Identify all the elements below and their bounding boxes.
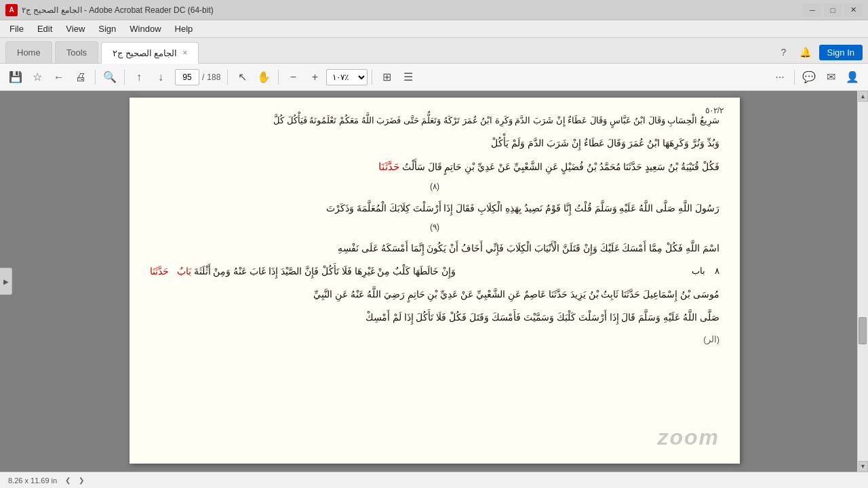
toolbar-separator-3	[227, 70, 228, 85]
scrollbar[interactable]: ▲ ▼	[857, 91, 868, 472]
share-button[interactable]: ✉	[821, 67, 841, 87]
scroll-track[interactable]	[858, 102, 868, 461]
tab-document[interactable]: الجامع الصحيح ج٢ ×	[101, 42, 199, 64]
manuscript-line-7: مُوسَى بْنُ إِسْمَاعِيلَ حَدَّثَنَا ثَاب…	[150, 285, 719, 304]
status-navigation: ❮ ❯	[62, 476, 87, 484]
zoom-select[interactable]: ١٠٧٪ 50% 75% 100% 125% 150%	[326, 69, 368, 85]
footnote-9: (٩)	[150, 220, 719, 235]
bookmark-button[interactable]: ☆	[27, 67, 47, 87]
menu-edit[interactable]: Edit	[31, 21, 59, 37]
signin-button[interactable]: Sign In	[819, 45, 863, 60]
zoom-out-button[interactable]: −	[283, 67, 303, 87]
maximize-button[interactable]: □	[823, 3, 842, 17]
toolbar-more-area: ··· 💬 ✉ 👤	[770, 67, 863, 87]
tab-close-button[interactable]: ×	[182, 48, 187, 58]
close-button[interactable]: ✕	[844, 3, 863, 17]
more-tools-button[interactable]: ···	[770, 67, 790, 87]
manuscript-line-5: اسْمَ اللَّهِ فَكُلْ مِمَّا أَمْسَكَ عَل…	[150, 239, 719, 258]
menu-help[interactable]: Help	[168, 21, 200, 37]
hand-tool-button[interactable]: ✋	[254, 67, 274, 87]
zoom-in-button[interactable]: +	[304, 67, 325, 87]
total-pages: 188	[207, 73, 220, 82]
toolbar: 💾 ☆ ← 🖨 🔍 ↑ ↓ / 188 ↖ ✋ − + ١٠٧٪ 50% 75%…	[0, 64, 868, 91]
page-dimensions: 8.26 x 11.69 in	[8, 476, 57, 485]
page-corner-number: ٥٠٢/٢	[705, 106, 724, 115]
back-button[interactable]: ←	[49, 67, 69, 87]
titlebar: A الجامع الصحيح ج٢ - Adobe Acrobat Reade…	[0, 0, 868, 20]
tabbar: Home Tools الجامع الصحيح ج٢ × ? 🔔 Sign I…	[0, 38, 868, 64]
statusbar: 8.26 x 11.69 in ❮ ❯	[0, 472, 868, 488]
scroll-thumb[interactable]	[859, 317, 867, 344]
page-separator: /	[202, 73, 204, 82]
status-prev-button[interactable]: ❮	[62, 476, 73, 484]
select-tool-button[interactable]: ↖	[232, 67, 252, 87]
tab-home[interactable]: Home	[5, 41, 52, 63]
toolbar-separator-6	[794, 70, 795, 85]
scroll-up-button[interactable]: ▲	[859, 91, 868, 102]
window-controls: ─ □ ✕	[803, 3, 863, 17]
menubar: File Edit View Sign Window Help	[0, 20, 868, 38]
search-button[interactable]: 🔍	[100, 67, 120, 87]
bab-number: ٨ باب	[692, 262, 719, 280]
save-button[interactable]: 💾	[5, 67, 26, 87]
status-next-button[interactable]: ❯	[76, 476, 87, 484]
fit-page-button[interactable]: ⊞	[376, 67, 397, 87]
manuscript-line-4: رَسُولَ اللَّهِ صَلَّى اللَّهُ عَلَيْهِ …	[150, 199, 719, 218]
zoom-watermark: zoom	[657, 425, 719, 450]
page-navigation: / 188	[175, 69, 220, 85]
pdf-container: ٥٠٢/٢ سَرِيعُ الْحِسَابِ وَقَالَ ابْنُ ع…	[0, 91, 857, 472]
footnote-8: (٨)	[150, 180, 719, 195]
manuscript-line-8: صَلَّى اللَّهُ عَلَيْهِ وَسَلَّمَ قَالَ …	[150, 308, 719, 327]
manuscript-line-3: فَكُلْ قُتَيْبَةُ بْنُ سَعِيدٍ حَدَّثَنَ…	[150, 157, 719, 177]
menu-window[interactable]: Window	[123, 21, 167, 37]
menu-sign[interactable]: Sign	[92, 21, 123, 37]
page-number-input[interactable]	[175, 69, 199, 85]
manuscript-line-1: سَرِيعُ الْحِسَابِ وَقَالَ ابْنُ عَبَّاس…	[150, 112, 719, 129]
toolbar-separator-1	[95, 70, 96, 85]
print-button[interactable]: 🖨	[71, 67, 91, 87]
comment-button[interactable]: 💬	[799, 67, 819, 87]
panel-toggle-button[interactable]: ▶	[0, 268, 12, 295]
user-button[interactable]: 👤	[842, 67, 863, 87]
manuscript-line-9: (الر)	[150, 331, 719, 348]
tab-tools[interactable]: Tools	[55, 41, 98, 63]
app-icon: A	[5, 4, 18, 16]
tab-action-bar: ? 🔔 Sign In	[776, 44, 863, 63]
toolbar-separator-4	[278, 70, 279, 85]
scroll-mode-button[interactable]: ☰	[398, 67, 418, 87]
minimize-button[interactable]: ─	[803, 3, 822, 17]
arabic-content: سَرِيعُ الْحِسَابِ وَقَالَ ابْنُ عَبَّاس…	[130, 98, 740, 366]
toolbar-separator-2	[124, 70, 125, 85]
scroll-down-button[interactable]: ▼	[859, 461, 868, 472]
pdf-page: ٥٠٢/٢ سَرِيعُ الْحِسَابِ وَقَالَ ابْنُ ع…	[130, 98, 740, 464]
notification-bell-button[interactable]: 🔔	[797, 44, 814, 60]
help-button[interactable]: ?	[776, 44, 792, 60]
menu-file[interactable]: File	[3, 21, 31, 37]
manuscript-line-2: وَبُدِّ وَنُرَّ وَكَرِهَهَا ابْنُ عُمَرَ…	[150, 134, 719, 152]
prev-page-button[interactable]: ↑	[129, 67, 149, 87]
next-page-button[interactable]: ↓	[151, 67, 171, 87]
menu-view[interactable]: View	[59, 21, 92, 37]
manuscript-line-6: ٨ باب وَإِنْ خَالَطَهَا كَلْبٌ مِنْ غَيْ…	[150, 262, 719, 281]
main-content: ▶ ٥٠٢/٢ سَرِيعُ الْحِسَابِ وَقَالَ ابْنُ…	[0, 91, 868, 472]
toolbar-separator-5	[372, 70, 372, 85]
window-title: الجامع الصحيح ج٢ - Adobe Acrobat Reader …	[22, 5, 803, 15]
